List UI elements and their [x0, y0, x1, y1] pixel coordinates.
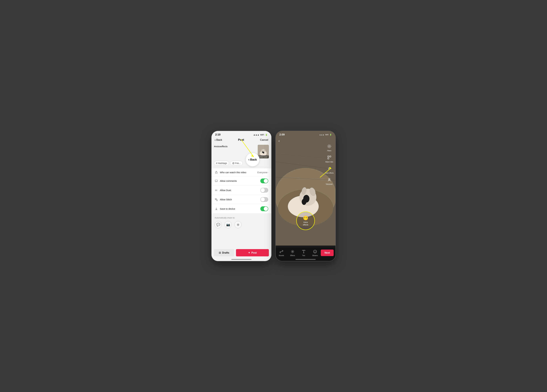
next-button[interactable]: Next — [321, 250, 334, 256]
signal-icon: ▲▲▲ — [253, 134, 259, 136]
duet-icon — [215, 189, 218, 192]
sounds-item[interactable]: Sounds — [279, 249, 284, 256]
stitch-icon — [215, 198, 218, 201]
bottom-toolbar: Sounds Effects Text — [276, 247, 335, 261]
tag-pills: # Hashtags @ Frie... — [212, 160, 271, 167]
battery-icon-right: 🔋 — [330, 134, 332, 136]
auto-share-section: Automatically share to: 💬 📷 ⊕ — [212, 213, 271, 230]
chevron-right-icon: › — [267, 171, 268, 173]
svg-point-6 — [264, 149, 266, 152]
hashtag-icon: # — [216, 162, 217, 164]
svg-point-12 — [216, 190, 217, 191]
status-icons-right: ▲▲▲ WiFi 🔋 — [319, 134, 332, 136]
voiceover-icon — [326, 177, 332, 183]
nav-bar-left: ‹ Back Post Cancel — [212, 137, 271, 143]
drafts-label: Drafts — [222, 252, 229, 254]
who-can-watch-label: Who can watch this video — [220, 171, 255, 174]
adjust-clips-icon — [326, 154, 332, 160]
voice-circle-icon: 😶 — [303, 215, 308, 221]
caption-area: #voiceeffects — [212, 143, 271, 160]
annotation-back-label: Back — [250, 158, 257, 161]
status-bar-left: 2:10 ▲▲▲ WiFi 🔋 — [212, 131, 271, 137]
divider-1 — [214, 167, 269, 167]
status-time-left: 2:10 — [215, 133, 220, 136]
friends-label: Frie... — [235, 162, 241, 164]
cancel-button[interactable]: Cancel — [260, 138, 268, 141]
svg-rect-13 — [215, 198, 216, 199]
svg-rect-9 — [215, 172, 217, 173]
filters-tool[interactable]: Filters — [326, 143, 332, 152]
allow-comments-toggle[interactable] — [260, 179, 268, 183]
svg-rect-31 — [328, 158, 329, 159]
phone-left: 2:10 ▲▲▲ WiFi 🔋 ‹ Back Post Cancel — [211, 131, 272, 261]
adjust-clips-tool[interactable]: Adjust clips — [325, 154, 333, 163]
status-icons-left: ▲▲▲ WiFi 🔋 — [253, 134, 268, 136]
share-icon-messages[interactable]: 💬 — [215, 221, 222, 228]
drafts-button[interactable]: ⊡ Drafts — [214, 249, 234, 256]
post-label: Post — [251, 252, 257, 254]
home-indicator-left — [231, 259, 252, 260]
voice-effects-tool[interactable]: Voice effects — [325, 166, 334, 174]
status-time-right: 2:09 — [279, 133, 285, 136]
svg-rect-30 — [330, 156, 331, 157]
wifi-icon-right: WiFi — [325, 134, 329, 136]
save-to-device-toggle[interactable] — [260, 206, 268, 211]
allow-stitch-label: Allow Stitch — [220, 198, 259, 201]
save-to-device-row: Save to device — [212, 204, 271, 213]
battery-icon: 🔋 — [265, 134, 268, 136]
drafts-icon: ⊡ — [219, 251, 221, 254]
svg-rect-29 — [328, 156, 329, 157]
share-icon-instagram[interactable]: 📷 — [225, 221, 232, 228]
status-bar-right: 2:09 ▲▲▲ WiFi 🔋 — [276, 131, 335, 137]
svg-rect-10 — [215, 180, 218, 182]
sounds-icon — [279, 249, 284, 254]
svg-rect-14 — [217, 199, 218, 201]
right-sidebar: Filters Adjust clips Voice effects — [325, 143, 334, 185]
who-can-watch-row[interactable]: Who can watch this video Everyone › — [212, 168, 271, 176]
share-icon-add[interactable]: ⊕ — [234, 221, 242, 228]
voiceover-tool[interactable]: Voiceover — [326, 177, 333, 185]
voice-effects-icon — [326, 166, 332, 172]
hashtags-pill[interactable]: # Hashtags — [214, 161, 229, 166]
settings-section: Who can watch this video Everyone › Allo… — [212, 168, 271, 213]
effects-label: Effects — [290, 255, 295, 256]
allow-duet-row: Allow Duet — [212, 186, 271, 195]
stickers-label: Stickers — [312, 255, 318, 256]
filters-icon — [326, 143, 332, 149]
caption-input[interactable]: #voiceeffects — [214, 145, 256, 148]
sparkle-icon: ✦ — [248, 251, 250, 254]
signal-icon-right: ▲▲▲ — [319, 134, 324, 136]
annotation-back-chevron: ‹ — [248, 158, 249, 162]
home-indicator-right — [295, 259, 316, 260]
friends-pill[interactable]: @ Frie... — [230, 161, 243, 166]
filters-label: Filters — [327, 150, 331, 152]
allow-stitch-row: Allow Stitch — [212, 195, 271, 204]
video-back-button[interactable]: ‹ — [279, 139, 280, 143]
effects-item[interactable]: Effects — [290, 249, 295, 256]
allow-stitch-toggle[interactable] — [260, 197, 268, 202]
allow-duet-label: Allow Duet — [220, 189, 259, 192]
stickers-item[interactable]: Stickers — [312, 249, 318, 256]
download-icon — [215, 207, 218, 211]
save-to-device-label: Save to device — [220, 207, 259, 210]
sounds-label: Sounds — [279, 255, 284, 256]
lock-icon — [215, 171, 218, 174]
stickers-icon — [313, 249, 317, 254]
back-label: Back — [216, 138, 222, 141]
post-button[interactable]: ✦ Post — [236, 249, 269, 256]
svg-point-37 — [314, 250, 317, 253]
post-title: Post — [238, 138, 244, 141]
text-item[interactable]: Text — [301, 249, 306, 256]
back-button[interactable]: ‹ Back — [215, 138, 222, 142]
text-label: Text — [302, 255, 305, 256]
svg-point-8 — [263, 152, 264, 153]
caption-text: #voiceeffects — [214, 145, 227, 148]
adjust-clips-label: Adjust clips — [325, 161, 333, 163]
allow-duet-toggle[interactable] — [260, 188, 268, 193]
phone-left-screen: 2:10 ▲▲▲ WiFi 🔋 ‹ Back Post Cancel — [212, 131, 271, 261]
auto-share-label: Automatically share to: — [215, 217, 268, 219]
back-chevron-icon: ‹ — [215, 138, 216, 142]
hashtags-label: Hashtags — [218, 162, 227, 164]
svg-point-27 — [328, 146, 330, 147]
svg-point-11 — [215, 190, 216, 191]
